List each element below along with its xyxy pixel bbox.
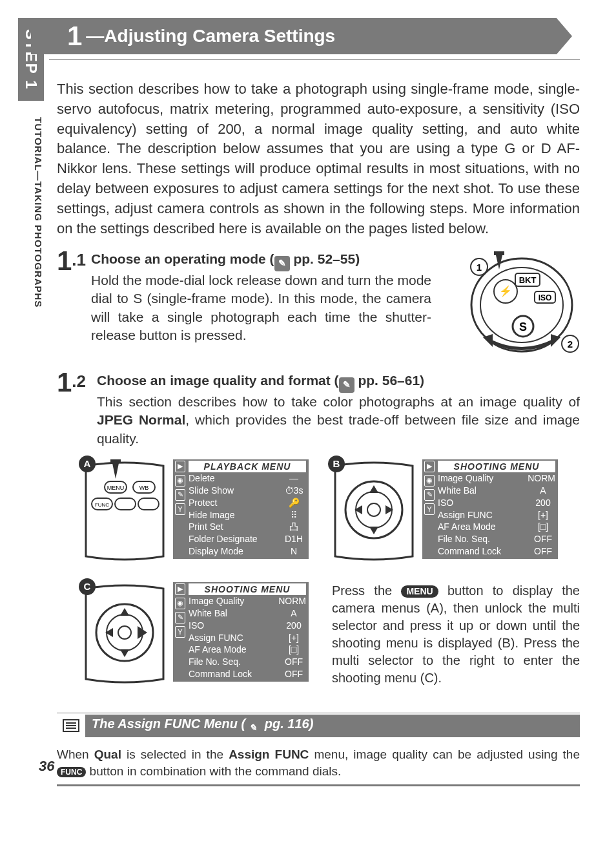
figure-label-b: B bbox=[328, 456, 345, 472]
page-ref-icon: ✎ bbox=[339, 377, 354, 393]
camera-selector-illustration-b: B bbox=[332, 459, 416, 563]
step-1-2: 1.2 Choose an image quality and format (… bbox=[57, 372, 580, 447]
play-icon: ▶ bbox=[424, 461, 435, 472]
page-ref-icon: ✎ bbox=[274, 256, 290, 271]
camera-icon: ◉ bbox=[175, 475, 185, 487]
menu-item: Print Set凸 bbox=[189, 521, 306, 533]
menu-item: Assign FUNC[+] bbox=[438, 509, 555, 521]
page-title-bar: 1 —Adjusting Camera Settings bbox=[31, 18, 572, 54]
menu-title: SHOOTING MENU bbox=[438, 461, 555, 472]
menu-item: White BalA bbox=[438, 485, 555, 497]
tip-title: The Assign FUNC Menu (✎ pg. 116) bbox=[85, 715, 580, 737]
menu-item: AF Area Mode[□] bbox=[438, 521, 555, 533]
menu-item: Protect🔑 bbox=[189, 497, 306, 509]
menu-item: File No. Seq.OFF bbox=[189, 656, 306, 668]
menu-item: ISO200 bbox=[189, 620, 306, 632]
menu-item: ISO200 bbox=[438, 497, 555, 509]
step-body-text: This section describes how to take color… bbox=[97, 394, 580, 446]
wrench-icon: Y bbox=[175, 626, 185, 638]
svg-rect-27 bbox=[110, 459, 121, 463]
play-icon: ▶ bbox=[175, 583, 185, 595]
pencil-icon: ✎ bbox=[175, 489, 185, 501]
menu-title: PLAYBACK MENU bbox=[189, 461, 306, 472]
menu-item: Display ModeN bbox=[189, 545, 306, 558]
shooting-menu-panel-c: SHOOTING MENU ▶ ◉ ✎ Y Image QualityNORM … bbox=[173, 582, 309, 682]
tip-body: When Qual is selected in the Assign FUNC… bbox=[57, 746, 580, 784]
menu-item: Hide Image⠿ bbox=[189, 509, 306, 521]
pencil-icon: ✎ bbox=[424, 489, 435, 501]
svg-text:ISO: ISO bbox=[539, 293, 552, 302]
instruction-text: Press the MENU button to display the cam… bbox=[332, 582, 580, 687]
svg-point-30 bbox=[367, 503, 380, 516]
side-label: TUTORIAL—TAKING PHOTOGRAPHS bbox=[18, 113, 44, 308]
shooting-menu-panel-b: SHOOTING MENU ▶ ◉ ✎ Y Image QualityNORM … bbox=[422, 459, 558, 559]
menu-item: Image QualityNORM bbox=[189, 595, 306, 607]
menu-item: Folder DesignateD1H bbox=[189, 533, 306, 545]
play-icon: ▶ bbox=[175, 461, 185, 472]
menu-item: File No. Seq.OFF bbox=[438, 533, 555, 545]
step-body-text: Hold the mode-dial lock release down and… bbox=[91, 273, 431, 342]
svg-text:S: S bbox=[519, 320, 527, 333]
menu-item: Assign FUNC[+] bbox=[189, 632, 306, 644]
step-number: 1.1 bbox=[57, 250, 86, 360]
menu-title: SHOOTING MENU bbox=[189, 583, 306, 595]
intro-paragraph: This section describes how to take a pho… bbox=[57, 79, 580, 238]
page-title: —Adjusting Camera Settings bbox=[86, 26, 335, 47]
svg-rect-24 bbox=[115, 498, 136, 510]
step-heading: Choose an image quality and format (✎ pp… bbox=[97, 373, 424, 388]
svg-rect-17 bbox=[494, 251, 504, 255]
step-heading: Choose an operating mode (✎ pp. 52–55) bbox=[91, 251, 360, 266]
menu-item: Image QualityNORM bbox=[438, 472, 555, 485]
svg-text:BKT: BKT bbox=[519, 275, 537, 285]
svg-point-37 bbox=[118, 626, 131, 639]
menu-button-pill: MENU bbox=[401, 585, 438, 598]
notes-icon bbox=[57, 717, 85, 734]
svg-text:MENU: MENU bbox=[107, 485, 125, 491]
pencil-icon: ✎ bbox=[175, 612, 185, 624]
svg-rect-25 bbox=[138, 498, 159, 510]
menu-item: Delete— bbox=[189, 472, 306, 485]
step-number: 1.2 bbox=[57, 372, 92, 447]
menu-item: Command LockOFF bbox=[189, 668, 306, 680]
divider bbox=[49, 59, 580, 60]
menu-item: White BalA bbox=[189, 607, 306, 620]
mode-dial-illustration: ⚡ BKT ISO S 1 2 bbox=[444, 250, 580, 360]
menu-item: AF Area Mode[□] bbox=[189, 644, 306, 656]
figure-label-a: A bbox=[79, 456, 96, 472]
camera-icon: ◉ bbox=[175, 598, 185, 609]
camera-back-illustration-a: A MENU WB FUNC bbox=[83, 459, 167, 563]
svg-text:1: 1 bbox=[477, 262, 482, 273]
menu-item: Slide Show⏱3s bbox=[189, 485, 306, 497]
tip-box: The Assign FUNC Menu (✎ pg. 116) When Qu… bbox=[57, 713, 580, 786]
camera-selector-illustration-c: C bbox=[83, 582, 167, 686]
svg-text:FUNC: FUNC bbox=[95, 502, 109, 508]
figure-row-c: C SHOOTING MENU ▶ ◉ bbox=[83, 582, 580, 687]
menu-item: Command LockOFF bbox=[438, 545, 555, 558]
camera-icon: ◉ bbox=[424, 475, 435, 487]
svg-text:WB: WB bbox=[139, 485, 149, 491]
page-number: 36 bbox=[39, 758, 54, 775]
figure-row-ab: A MENU WB FUNC PLAYBACK MENU bbox=[83, 459, 580, 563]
figure-label-c: C bbox=[79, 578, 96, 595]
svg-text:2: 2 bbox=[568, 339, 573, 350]
step-1-1: 1.1 Choose an operating mode (✎ pp. 52–5… bbox=[57, 250, 580, 360]
svg-text:⚡: ⚡ bbox=[499, 285, 512, 297]
wrench-icon: Y bbox=[175, 503, 185, 515]
section-number: 1 bbox=[67, 21, 82, 52]
func-button-pill: FUNC bbox=[57, 767, 86, 777]
playback-menu-panel: PLAYBACK MENU ▶ ◉ ✎ Y Delete— Slide Show… bbox=[173, 459, 309, 559]
wrench-icon: Y bbox=[424, 503, 435, 515]
page-ref-icon: ✎ bbox=[245, 720, 261, 735]
